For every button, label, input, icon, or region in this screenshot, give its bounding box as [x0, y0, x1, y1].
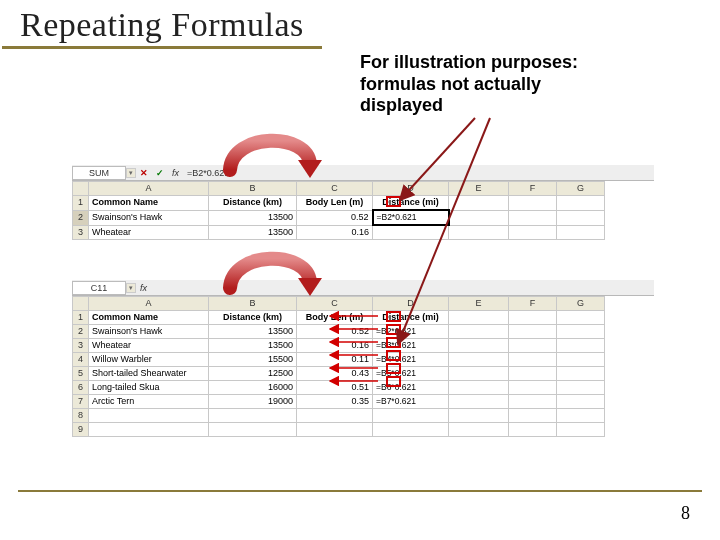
cell[interactable]: 0.43 [297, 367, 373, 381]
cell[interactable]: 13500 [209, 325, 297, 339]
cell[interactable] [373, 423, 449, 437]
cell[interactable] [297, 409, 373, 423]
cell[interactable]: Wheatear [89, 225, 209, 239]
cell[interactable] [449, 311, 509, 325]
cell[interactable] [509, 381, 557, 395]
cell[interactable]: Swainson's Hawk [89, 210, 209, 225]
cell[interactable] [449, 196, 509, 211]
name-box[interactable]: SUM [72, 166, 126, 180]
col-header-A[interactable]: A [89, 182, 209, 196]
cell[interactable] [557, 339, 605, 353]
cell[interactable]: 13500 [209, 210, 297, 225]
cell[interactable]: =B2*0.621 [373, 325, 449, 339]
row-header[interactable]: 1 [73, 311, 89, 325]
cell[interactable] [557, 353, 605, 367]
col-header-E[interactable]: E [449, 297, 509, 311]
cell[interactable]: Short-tailed Shearwater [89, 367, 209, 381]
cell[interactable] [89, 423, 209, 437]
cell[interactable] [509, 196, 557, 211]
name-box-dropdown-icon[interactable]: ▾ [126, 168, 136, 178]
select-all-cell[interactable] [73, 182, 89, 196]
row-header[interactable]: 8 [73, 409, 89, 423]
cell[interactable] [449, 409, 509, 423]
cell[interactable] [373, 225, 449, 239]
cell[interactable] [509, 225, 557, 239]
cell[interactable]: Common Name [89, 311, 209, 325]
cell[interactable]: 0.51 [297, 381, 373, 395]
cell[interactable] [509, 409, 557, 423]
cell[interactable]: 13500 [209, 339, 297, 353]
cell[interactable]: Distance (mi) [373, 196, 449, 211]
col-header-F[interactable]: F [509, 297, 557, 311]
cell[interactable]: 0.52 [297, 325, 373, 339]
row-header[interactable]: 6 [73, 381, 89, 395]
fx-label[interactable]: fx [168, 168, 183, 178]
fx-label[interactable]: fx [136, 283, 151, 293]
cell[interactable]: Body Len (m) [297, 311, 373, 325]
cell[interactable]: 0.16 [297, 225, 373, 239]
cell[interactable] [557, 367, 605, 381]
col-header-F[interactable]: F [509, 182, 557, 196]
select-all-cell[interactable] [73, 297, 89, 311]
col-header-A[interactable]: A [89, 297, 209, 311]
cell[interactable] [509, 395, 557, 409]
confirm-icon[interactable]: ✓ [152, 168, 168, 178]
cell[interactable]: Willow Warbler [89, 353, 209, 367]
cell[interactable] [449, 423, 509, 437]
row-header[interactable]: 7 [73, 395, 89, 409]
cell[interactable]: Long-tailed Skua [89, 381, 209, 395]
cell[interactable]: Distance (km) [209, 311, 297, 325]
cell[interactable]: Arctic Tern [89, 395, 209, 409]
cell[interactable]: Common Name [89, 196, 209, 211]
col-header-E[interactable]: E [449, 182, 509, 196]
row-header[interactable]: 9 [73, 423, 89, 437]
cancel-icon[interactable]: ✕ [136, 168, 152, 178]
col-header-B[interactable]: B [209, 297, 297, 311]
cell[interactable] [297, 423, 373, 437]
cell[interactable]: 0.11 [297, 353, 373, 367]
row-header[interactable]: 5 [73, 367, 89, 381]
cell[interactable]: 15500 [209, 353, 297, 367]
row-header[interactable]: 3 [73, 339, 89, 353]
name-box-dropdown-icon[interactable]: ▾ [126, 283, 136, 293]
cell[interactable] [557, 325, 605, 339]
cell[interactable]: =B3*0.621 [373, 339, 449, 353]
col-header-C[interactable]: C [297, 297, 373, 311]
cell[interactable] [89, 409, 209, 423]
cell[interactable]: 0.16 [297, 339, 373, 353]
row-header[interactable]: 1 [73, 196, 89, 211]
cell-active[interactable]: =B2*0.621 [373, 210, 449, 225]
name-box[interactable]: C11 [72, 281, 126, 295]
cell[interactable] [557, 409, 605, 423]
col-header-C[interactable]: C [297, 182, 373, 196]
cell[interactable] [509, 423, 557, 437]
cell[interactable] [557, 395, 605, 409]
cell[interactable] [557, 311, 605, 325]
cell[interactable] [557, 381, 605, 395]
cell[interactable] [557, 225, 605, 239]
cell[interactable]: 13500 [209, 225, 297, 239]
cell[interactable]: =B6*0.621 [373, 381, 449, 395]
cell[interactable]: Distance (km) [209, 196, 297, 211]
col-header-D[interactable]: D [373, 297, 449, 311]
cell[interactable] [509, 353, 557, 367]
cell[interactable] [449, 210, 509, 225]
cell[interactable] [449, 339, 509, 353]
col-header-G[interactable]: G [557, 182, 605, 196]
cell[interactable] [509, 325, 557, 339]
cell[interactable] [509, 311, 557, 325]
row-header[interactable]: 3 [73, 225, 89, 239]
cell[interactable] [509, 339, 557, 353]
cell[interactable]: 12500 [209, 367, 297, 381]
cell[interactable] [449, 367, 509, 381]
cell[interactable]: 0.35 [297, 395, 373, 409]
cell[interactable] [557, 210, 605, 225]
cell[interactable] [373, 409, 449, 423]
col-header-B[interactable]: B [209, 182, 297, 196]
cell[interactable]: =B5*0.621 [373, 367, 449, 381]
row-header[interactable]: 2 [73, 210, 89, 225]
cell[interactable]: Distance (mi) [373, 311, 449, 325]
cell[interactable] [509, 210, 557, 225]
cell[interactable]: =B7*0.621 [373, 395, 449, 409]
cell[interactable] [449, 225, 509, 239]
